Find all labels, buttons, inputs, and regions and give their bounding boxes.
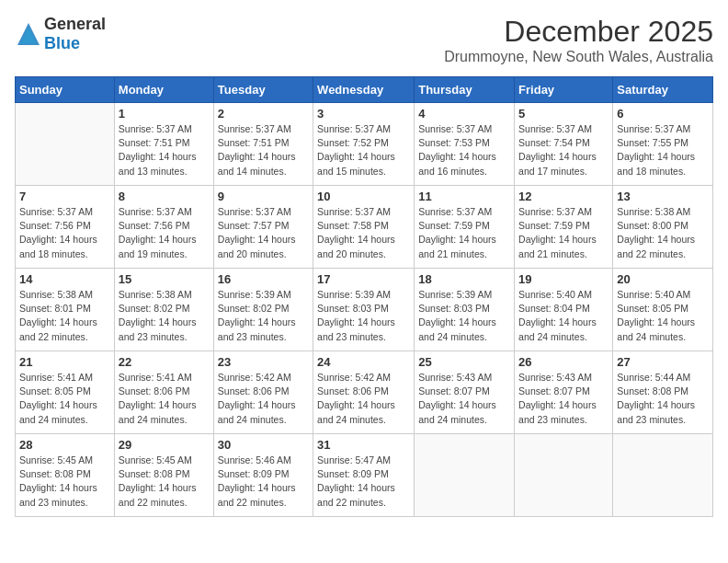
day-info: Sunrise: 5:43 AMSunset: 8:07 PMDaylight:…	[418, 371, 510, 427]
day-cell: 8Sunrise: 5:37 AMSunset: 7:56 PMDaylight…	[114, 186, 213, 269]
week-row-5: 28Sunrise: 5:45 AMSunset: 8:08 PMDayligh…	[16, 434, 713, 517]
day-cell: 14Sunrise: 5:38 AMSunset: 8:01 PMDayligh…	[16, 269, 115, 351]
logo-blue: Blue	[44, 34, 80, 52]
day-info: Sunrise: 5:37 AMSunset: 7:54 PMDaylight:…	[518, 122, 609, 178]
day-cell: 16Sunrise: 5:39 AMSunset: 8:02 PMDayligh…	[213, 269, 313, 351]
day-info: Sunrise: 5:41 AMSunset: 8:05 PMDaylight:…	[19, 371, 110, 427]
day-number: 24	[317, 355, 410, 369]
day-number: 2	[218, 107, 309, 121]
day-cell: 13Sunrise: 5:38 AMSunset: 8:00 PMDayligh…	[613, 186, 713, 269]
day-info: Sunrise: 5:37 AMSunset: 7:57 PMDaylight:…	[218, 205, 309, 261]
day-header-thursday: Thursday	[415, 77, 515, 103]
day-cell	[16, 103, 115, 186]
day-cell: 17Sunrise: 5:39 AMSunset: 8:03 PMDayligh…	[313, 269, 415, 351]
day-cell: 18Sunrise: 5:39 AMSunset: 8:03 PMDayligh…	[415, 269, 515, 351]
day-cell: 2Sunrise: 5:37 AMSunset: 7:51 PMDaylight…	[213, 103, 313, 186]
day-cell: 12Sunrise: 5:37 AMSunset: 7:59 PMDayligh…	[515, 186, 613, 269]
day-cell	[613, 434, 713, 517]
day-number: 29	[119, 438, 210, 452]
day-cell: 25Sunrise: 5:43 AMSunset: 8:07 PMDayligh…	[415, 351, 515, 434]
title-block: December 2025 Drummoyne, New South Wales…	[444, 15, 713, 65]
day-number: 27	[617, 355, 709, 369]
day-cell: 27Sunrise: 5:44 AMSunset: 8:08 PMDayligh…	[613, 351, 713, 434]
day-info: Sunrise: 5:37 AMSunset: 7:51 PMDaylight:…	[218, 122, 309, 178]
day-number: 10	[317, 190, 410, 203]
day-info: Sunrise: 5:39 AMSunset: 8:02 PMDaylight:…	[218, 288, 309, 344]
day-info: Sunrise: 5:42 AMSunset: 8:06 PMDaylight:…	[218, 371, 309, 427]
day-cell: 9Sunrise: 5:37 AMSunset: 7:57 PMDaylight…	[213, 186, 313, 269]
day-cell: 29Sunrise: 5:45 AMSunset: 8:08 PMDayligh…	[114, 434, 213, 517]
day-number: 14	[19, 272, 110, 286]
day-number: 12	[518, 190, 609, 203]
day-info: Sunrise: 5:39 AMSunset: 8:03 PMDaylight:…	[317, 288, 410, 344]
day-cell: 4Sunrise: 5:37 AMSunset: 7:53 PMDaylight…	[415, 103, 515, 186]
day-cell: 20Sunrise: 5:40 AMSunset: 8:05 PMDayligh…	[613, 269, 713, 351]
day-cell: 3Sunrise: 5:37 AMSunset: 7:52 PMDaylight…	[313, 103, 415, 186]
day-number: 6	[617, 107, 709, 121]
day-info: Sunrise: 5:45 AMSunset: 8:08 PMDaylight:…	[119, 454, 210, 510]
logo: General Blue	[15, 15, 106, 53]
day-cell	[515, 434, 613, 517]
day-cell: 24Sunrise: 5:42 AMSunset: 8:06 PMDayligh…	[313, 351, 415, 434]
day-info: Sunrise: 5:37 AMSunset: 7:51 PMDaylight:…	[119, 122, 210, 178]
day-number: 18	[418, 272, 510, 286]
week-row-1: 1Sunrise: 5:37 AMSunset: 7:51 PMDaylight…	[16, 103, 713, 186]
day-info: Sunrise: 5:37 AMSunset: 7:52 PMDaylight:…	[317, 122, 410, 178]
day-info: Sunrise: 5:38 AMSunset: 8:02 PMDaylight:…	[119, 288, 210, 344]
day-cell: 21Sunrise: 5:41 AMSunset: 8:05 PMDayligh…	[16, 351, 115, 434]
day-cell: 6Sunrise: 5:37 AMSunset: 7:55 PMDaylight…	[613, 103, 713, 186]
day-info: Sunrise: 5:45 AMSunset: 8:08 PMDaylight:…	[19, 454, 110, 510]
day-number: 23	[218, 355, 309, 369]
day-number: 31	[317, 438, 410, 452]
calendar-subtitle: Drummoyne, New South Wales, Australia	[444, 49, 713, 65]
day-cell: 31Sunrise: 5:47 AMSunset: 8:09 PMDayligh…	[313, 434, 415, 517]
page-header: General Blue December 2025 Drummoyne, Ne…	[15, 15, 713, 65]
day-cell: 22Sunrise: 5:41 AMSunset: 8:06 PMDayligh…	[114, 351, 213, 434]
day-info: Sunrise: 5:37 AMSunset: 7:56 PMDaylight:…	[119, 205, 210, 261]
day-header-wednesday: Wednesday	[313, 77, 415, 103]
week-row-2: 7Sunrise: 5:37 AMSunset: 7:56 PMDaylight…	[16, 186, 713, 269]
day-info: Sunrise: 5:40 AMSunset: 8:04 PMDaylight:…	[518, 288, 609, 344]
day-cell: 11Sunrise: 5:37 AMSunset: 7:59 PMDayligh…	[415, 186, 515, 269]
day-number: 3	[317, 107, 410, 121]
day-number: 26	[518, 355, 609, 369]
day-cell: 26Sunrise: 5:43 AMSunset: 8:07 PMDayligh…	[515, 351, 613, 434]
day-info: Sunrise: 5:41 AMSunset: 8:06 PMDaylight:…	[119, 371, 210, 427]
day-number: 7	[19, 190, 110, 203]
day-cell: 30Sunrise: 5:46 AMSunset: 8:09 PMDayligh…	[213, 434, 313, 517]
day-info: Sunrise: 5:46 AMSunset: 8:09 PMDaylight:…	[218, 454, 309, 510]
logo-general: General	[44, 15, 106, 33]
day-info: Sunrise: 5:43 AMSunset: 8:07 PMDaylight:…	[518, 371, 609, 427]
day-number: 17	[317, 272, 410, 286]
day-info: Sunrise: 5:37 AMSunset: 7:53 PMDaylight:…	[418, 122, 510, 178]
day-number: 5	[518, 107, 609, 121]
day-cell	[415, 434, 515, 517]
day-number: 11	[418, 190, 510, 203]
day-cell: 10Sunrise: 5:37 AMSunset: 7:58 PMDayligh…	[313, 186, 415, 269]
logo-icon	[15, 20, 42, 48]
day-info: Sunrise: 5:38 AMSunset: 8:00 PMDaylight:…	[617, 205, 709, 261]
day-info: Sunrise: 5:37 AMSunset: 7:55 PMDaylight:…	[617, 122, 709, 178]
day-info: Sunrise: 5:42 AMSunset: 8:06 PMDaylight:…	[317, 371, 410, 427]
day-info: Sunrise: 5:37 AMSunset: 7:58 PMDaylight:…	[317, 205, 410, 261]
day-number: 1	[119, 107, 210, 121]
logo-text: General Blue	[44, 15, 106, 53]
week-row-4: 21Sunrise: 5:41 AMSunset: 8:05 PMDayligh…	[16, 351, 713, 434]
calendar-header: SundayMondayTuesdayWednesdayThursdayFrid…	[16, 77, 713, 103]
day-info: Sunrise: 5:37 AMSunset: 7:59 PMDaylight:…	[418, 205, 510, 261]
day-info: Sunrise: 5:44 AMSunset: 8:08 PMDaylight:…	[617, 371, 709, 427]
day-info: Sunrise: 5:40 AMSunset: 8:05 PMDaylight:…	[617, 288, 709, 344]
day-cell: 5Sunrise: 5:37 AMSunset: 7:54 PMDaylight…	[515, 103, 613, 186]
day-cell: 28Sunrise: 5:45 AMSunset: 8:08 PMDayligh…	[16, 434, 115, 517]
day-number: 28	[19, 438, 110, 452]
day-info: Sunrise: 5:37 AMSunset: 7:56 PMDaylight:…	[19, 205, 110, 261]
day-header-monday: Monday	[114, 77, 213, 103]
day-cell: 23Sunrise: 5:42 AMSunset: 8:06 PMDayligh…	[213, 351, 313, 434]
calendar-table: SundayMondayTuesdayWednesdayThursdayFrid…	[15, 76, 713, 517]
week-row-3: 14Sunrise: 5:38 AMSunset: 8:01 PMDayligh…	[16, 269, 713, 351]
day-header-tuesday: Tuesday	[213, 77, 313, 103]
day-number: 30	[218, 438, 309, 452]
day-info: Sunrise: 5:38 AMSunset: 8:01 PMDaylight:…	[19, 288, 110, 344]
day-number: 21	[19, 355, 110, 369]
day-info: Sunrise: 5:37 AMSunset: 7:59 PMDaylight:…	[518, 205, 609, 261]
